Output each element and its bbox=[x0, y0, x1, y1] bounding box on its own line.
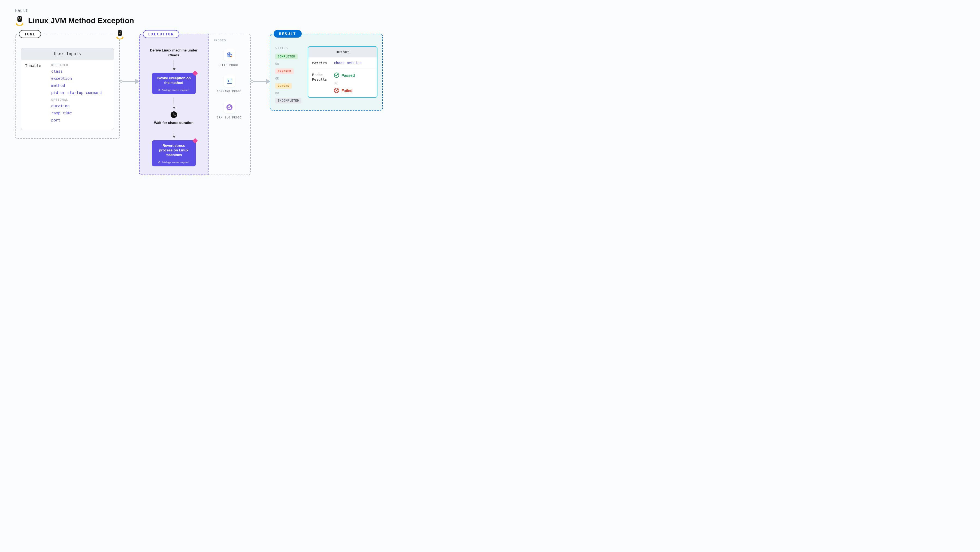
shield-icon: ✪ bbox=[158, 161, 161, 164]
privilege-note: ✪ Privilege access required bbox=[156, 159, 192, 164]
output-card: Output Metrics chaos metrics Probe Resul… bbox=[308, 46, 377, 98]
probe-label: SRM SLO PROBE bbox=[217, 116, 242, 119]
header: Fault Linux JVM Method Exception bbox=[15, 8, 965, 26]
tunable-item: port bbox=[51, 118, 110, 122]
status-queued: QUEUED bbox=[275, 83, 292, 89]
passed-result: Passed bbox=[334, 73, 355, 79]
linux-tux-icon bbox=[116, 29, 124, 40]
svg-point-11 bbox=[121, 32, 121, 32]
diagram-container: TUNE User Inputs Tunable REQUIRED class … bbox=[15, 34, 965, 175]
svg-point-5 bbox=[20, 18, 21, 19]
probe-item: HTTP PROBE bbox=[213, 49, 245, 67]
execution-wrapper: EXECUTION Derive Linux machine under Cha… bbox=[139, 34, 251, 175]
or-label: OR bbox=[275, 77, 301, 80]
check-circle-icon bbox=[334, 73, 339, 79]
failed-result: Failed bbox=[334, 88, 355, 94]
output-row: Metrics chaos metrics bbox=[308, 57, 377, 69]
shield-icon: ✪ bbox=[158, 89, 161, 92]
status-incompleted: INCOMPLETED bbox=[275, 98, 301, 103]
gauge-icon bbox=[224, 102, 235, 113]
status-title: STATUS bbox=[275, 46, 301, 50]
metrics-value: chaos metrics bbox=[334, 61, 362, 65]
metrics-key: Metrics bbox=[312, 61, 329, 66]
tune-panel: TUNE User Inputs Tunable REQUIRED class … bbox=[15, 34, 120, 139]
execution-badge: EXECUTION bbox=[143, 30, 179, 38]
tunable-item: class bbox=[51, 69, 110, 73]
execution-card-title: Invoke exception on the method bbox=[156, 76, 192, 85]
probe-label: COMMAND PROBE bbox=[217, 90, 242, 94]
execution-panel: EXECUTION Derive Linux machine under Cha… bbox=[139, 34, 208, 175]
user-inputs-header: User Inputs bbox=[21, 48, 114, 60]
arrow-down-icon bbox=[173, 128, 174, 138]
tunable-item: pid or startup command bbox=[51, 90, 110, 95]
terminal-icon bbox=[224, 75, 235, 87]
tune-badge: TUNE bbox=[19, 30, 41, 38]
linux-tux-icon bbox=[15, 15, 24, 26]
execution-card-title: Revert stress process on Linux machines bbox=[156, 144, 192, 157]
execution-step: Wait for chaos duration bbox=[154, 121, 194, 125]
or-label: OR bbox=[275, 92, 301, 95]
arrow-down-icon bbox=[173, 60, 174, 70]
probes-panel: PROBES HTTP PROBE COMMAND PROBE SRM SLO … bbox=[208, 34, 251, 175]
execution-card: Invoke exception on the method ✪ Privile… bbox=[152, 73, 196, 94]
page-title: Linux JVM Method Exception bbox=[28, 16, 134, 25]
svg-rect-14 bbox=[227, 79, 232, 83]
output-row: Probe Results Passed OR bbox=[308, 69, 377, 97]
tunable-item: exception bbox=[51, 76, 110, 81]
execution-card: Revert stress process on Linux machines … bbox=[152, 140, 196, 167]
arrow-icon bbox=[251, 80, 270, 83]
output-header: Output bbox=[308, 47, 377, 57]
svg-point-16 bbox=[228, 105, 231, 109]
tunable-item: method bbox=[51, 83, 110, 88]
privilege-note: ✪ Privilege access required bbox=[156, 87, 192, 92]
status-errored: ERRORED bbox=[275, 68, 294, 74]
globe-icon bbox=[224, 49, 235, 61]
tunable-item: duration bbox=[51, 104, 110, 108]
optional-label: OPTIONAL bbox=[51, 98, 110, 102]
tunable-label: Tunable bbox=[25, 63, 45, 125]
probe-label: HTTP PROBE bbox=[220, 63, 239, 67]
x-circle-icon bbox=[334, 88, 339, 94]
user-inputs-card: User Inputs Tunable REQUIRED class excep… bbox=[21, 48, 114, 130]
category-label: Fault bbox=[15, 8, 965, 13]
status-completed: COMPLETED bbox=[275, 54, 298, 59]
arrow-down-icon bbox=[173, 97, 174, 108]
flag-icon bbox=[192, 138, 198, 144]
tunable-item: ramp time bbox=[51, 111, 110, 115]
arrow-icon bbox=[120, 80, 139, 83]
result-panel: RESULT STATUS COMPLETED OR ERRORED OR QU… bbox=[270, 34, 383, 111]
status-column: STATUS COMPLETED OR ERRORED OR QUEUED OR… bbox=[275, 46, 301, 103]
clock-icon bbox=[170, 111, 177, 118]
execution-step: Derive Linux machine under Chaos bbox=[145, 48, 202, 57]
flag-icon bbox=[192, 71, 198, 76]
probe-item: COMMAND PROBE bbox=[213, 75, 245, 94]
svg-point-4 bbox=[19, 18, 19, 19]
svg-point-10 bbox=[119, 32, 119, 32]
probe-results-key: Probe Results bbox=[312, 73, 329, 82]
or-label: OR bbox=[275, 62, 301, 66]
probe-item: SRM SLO PROBE bbox=[213, 102, 245, 119]
required-label: REQUIRED bbox=[51, 63, 110, 67]
result-badge: RESULT bbox=[274, 30, 302, 38]
probes-title: PROBES bbox=[213, 39, 245, 42]
or-label: OR bbox=[334, 81, 355, 85]
